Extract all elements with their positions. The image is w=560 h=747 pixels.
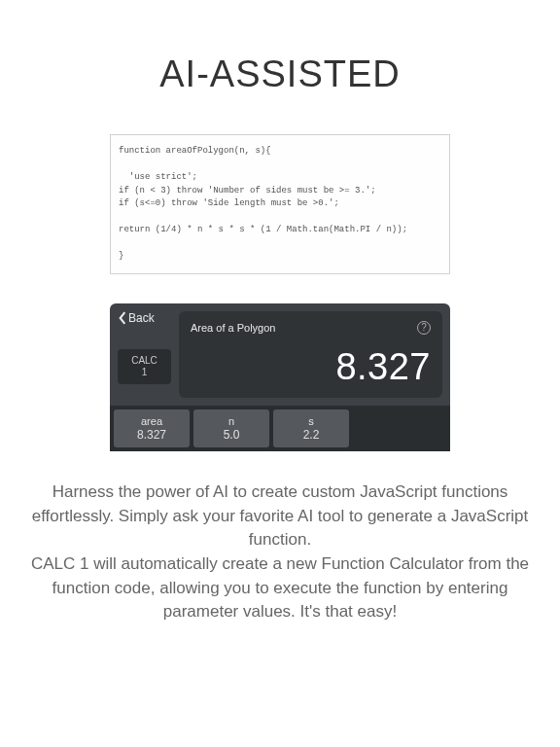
result-value: 8.327 [191,346,431,388]
calc1-button[interactable]: CALC 1 [118,349,171,384]
param-label: n [193,415,269,428]
chevron-left-icon [118,311,127,325]
parameter-row: area 8.327 n 5.0 s 2.2 [110,406,450,452]
description-text: Harness the power of AI to create custom… [0,480,560,624]
param-s[interactable]: s 2.2 [273,409,349,448]
calc-top-row: Back CALC 1 Area of a Polygon ? 8.327 [110,303,450,406]
param-value: 8.327 [114,428,190,442]
param-value: 2.2 [273,428,349,442]
page-title: AI-ASSISTED [159,53,401,95]
calculator-widget: Back CALC 1 Area of a Polygon ? 8.327 ar… [110,303,450,452]
help-icon[interactable]: ? [417,321,431,335]
display-title: Area of a Polygon [191,322,275,334]
param-area[interactable]: area 8.327 [114,409,190,448]
back-label: Back [128,311,155,325]
param-label: s [273,415,349,428]
code-snippet: function areaOfPolygon(n, s){ 'use stric… [110,134,450,274]
calc1-line2: 1 [142,367,148,377]
display-header: Area of a Polygon ? [191,321,431,335]
calc-left-column: Back CALC 1 [118,311,171,398]
calc1-line1: CALC [131,355,158,366]
back-button[interactable]: Back [118,311,171,325]
param-n[interactable]: n 5.0 [193,409,269,448]
param-value: 5.0 [193,428,269,442]
param-label: area [114,415,190,428]
calc-display: Area of a Polygon ? 8.327 [179,311,442,398]
